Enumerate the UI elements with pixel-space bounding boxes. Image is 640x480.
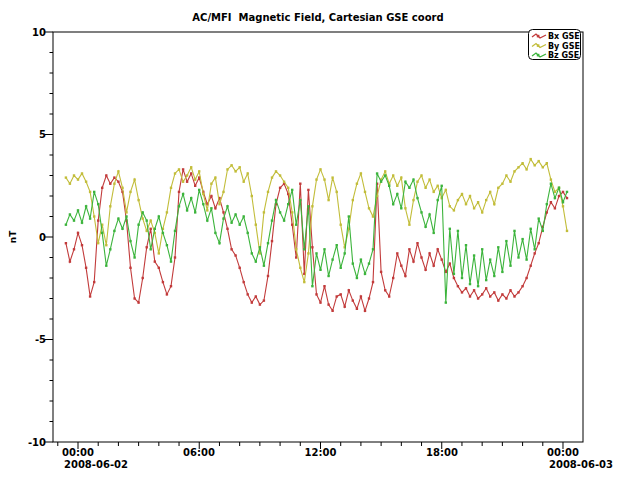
chart-title: AC/MFI Magnetic Field, Cartesian GSE coo… — [192, 12, 443, 23]
magnetic-field-chart: AC/MFI Magnetic Field, Cartesian GSE coo… — [0, 0, 640, 480]
y-tick-label: 10 — [32, 27, 46, 38]
legend-item-bx: Bx GSE — [548, 32, 580, 41]
x-axis-start-date: 2008-06-02 — [64, 459, 128, 470]
plot-window: AC/MFI Magnetic Field, Cartesian GSE coo… — [0, 0, 640, 480]
y-axis-label: nT — [8, 230, 18, 243]
series-bx-gse — [65, 168, 569, 312]
legend-box: Bx GSE By GSE Bz GSE — [529, 30, 581, 61]
y-tick-labels: 10 5 0 -5 -10 — [28, 27, 46, 448]
y-tick-label: 5 — [39, 129, 46, 140]
y-tick-label: -5 — [35, 334, 46, 345]
legend-item-by: By GSE — [548, 42, 580, 51]
x-tick-labels: 00:00 06:00 12:00 18:00 00:00 2008-06-02… — [62, 447, 613, 470]
y-tick-label: -10 — [28, 437, 46, 448]
y-tick-label: 0 — [39, 232, 46, 243]
legend-item-bz: Bz GSE — [548, 51, 579, 60]
x-axis-end-date: 2008-06-03 — [549, 459, 613, 470]
plot-frame — [53, 32, 583, 442]
data-series — [65, 158, 569, 312]
series-bz-gse — [65, 172, 569, 303]
y-axis-ticks — [45, 32, 53, 442]
